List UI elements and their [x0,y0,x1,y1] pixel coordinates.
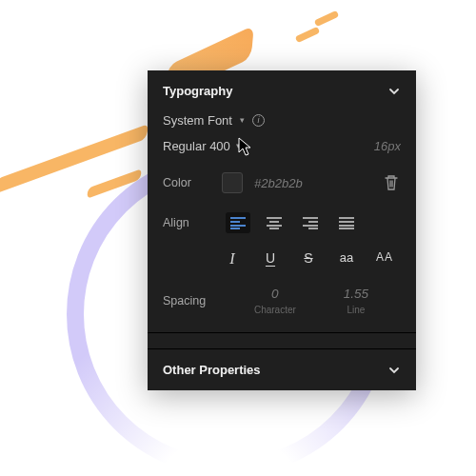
font-weight-value: Regular 400 [163,139,230,153]
cursor-pointer-icon [238,137,253,162]
line-spacing-input[interactable]: 1.55 Line [344,287,368,315]
info-icon[interactable]: i [252,114,265,127]
color-hex-value: #2b2b2b [254,176,384,190]
font-weight-selector[interactable]: Regular 400 ▾ [163,139,241,153]
brush-stroke [314,10,340,27]
color-label: Color [163,176,222,189]
typography-title: Typography [163,84,232,98]
align-justify-button[interactable] [334,212,359,233]
strikethrough-button[interactable]: S [298,250,319,268]
character-spacing-input[interactable]: 0 Character [254,287,296,315]
spacing-label: Spacing [163,294,222,307]
line-spacing-caption: Line [344,305,368,315]
font-family-selector[interactable]: System Font ▾ i [163,111,401,139]
character-spacing-value: 0 [254,287,296,301]
uppercase-button[interactable]: AA [374,250,395,268]
other-properties-section-header[interactable]: Other Properties [148,348,416,390]
typography-section-header[interactable]: Typography [148,70,416,111]
italic-button[interactable]: I [222,250,243,268]
trash-icon[interactable] [384,174,401,191]
underline-button[interactable]: U [260,250,281,268]
chevron-down-icon [387,85,401,98]
align-right-button[interactable] [298,212,323,233]
properties-panel: Typography System Font ▾ i Regular 400 ▾… [148,70,416,390]
other-properties-title: Other Properties [163,363,261,377]
line-spacing-value: 1.55 [344,287,368,301]
font-size-input[interactable] [353,139,401,153]
font-family-value: System Font [163,113,232,128]
text-decoration-group: I U S aa AA [163,243,401,281]
dropdown-caret-icon: ▾ [240,115,245,125]
align-label: Align [163,216,222,229]
brush-stroke [295,27,321,43]
align-left-button[interactable] [226,212,250,233]
typography-section-body: System Font ▾ i Regular 400 ▾ Color #2b2… [148,111,416,348]
align-center-button[interactable] [262,212,287,233]
color-swatch[interactable] [222,172,243,193]
section-divider [148,332,416,333]
align-button-group [222,212,359,233]
chevron-down-icon [387,364,401,377]
lowercase-button[interactable]: aa [336,250,357,268]
character-spacing-caption: Character [254,305,296,315]
